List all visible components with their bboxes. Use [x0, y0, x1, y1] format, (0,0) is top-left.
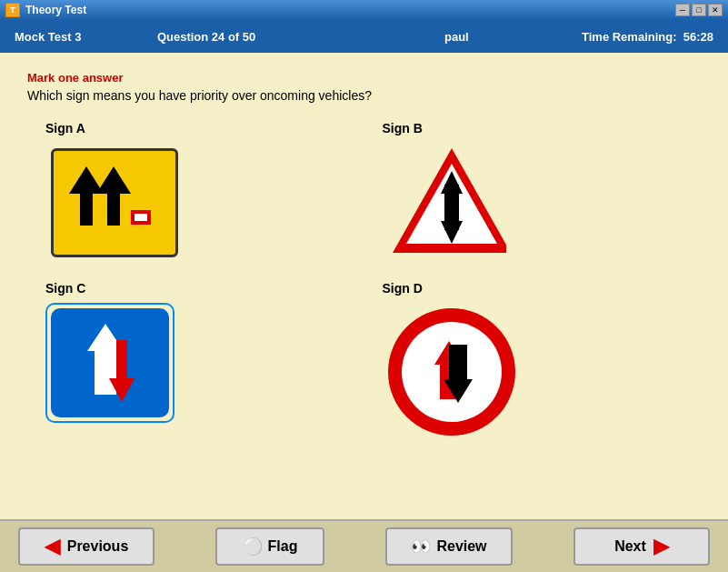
review-label: Review — [436, 538, 486, 555]
previous-label: Previous — [67, 538, 129, 555]
minimize-button[interactable]: ─ — [675, 4, 690, 16]
sign-b — [388, 148, 506, 257]
main-content: Mark one answer Which sign means you hav… — [0, 53, 728, 459]
next-arrow-icon: ▶ — [653, 535, 669, 558]
previous-button[interactable]: ◀ Previous — [18, 527, 155, 566]
mock-test-label: Mock Test 3 — [15, 30, 81, 44]
sign-c-label: Sign C — [45, 281, 85, 296]
sign-d-inner — [402, 322, 502, 422]
title-bar: T Theory Test ─ □ ✕ — [0, 0, 728, 20]
review-button[interactable]: 👀 Review — [385, 527, 513, 566]
sign-d-wrapper[interactable] — [383, 303, 521, 441]
sign-d-svg — [411, 326, 493, 417]
sign-c-wrapper[interactable] — [45, 303, 175, 423]
sign-c-container[interactable]: Sign C — [45, 281, 346, 441]
close-button[interactable]: ✕ — [708, 4, 723, 16]
sign-a — [51, 148, 178, 257]
next-button[interactable]: Next ▶ — [573, 527, 710, 566]
time-value: 56:28 — [683, 30, 713, 44]
flag-icon: ⚪ — [243, 537, 263, 557]
svg-marker-3 — [96, 166, 131, 194]
sign-b-svg — [388, 144, 506, 262]
sign-c-svg — [60, 313, 160, 413]
previous-arrow-icon: ◀ — [45, 535, 60, 558]
header-bar: Mock Test 3 Question 24 of 50 paul Time … — [0, 20, 728, 53]
sign-a-container[interactable]: Sign A — [45, 121, 346, 263]
app-icon: T — [5, 3, 20, 17]
sign-d-container[interactable]: Sign D — [383, 281, 683, 441]
question-text: Which sign means you have priority over … — [27, 88, 701, 103]
svg-marker-2 — [107, 189, 120, 226]
svg-rect-5 — [135, 214, 147, 221]
flag-label: Flag — [268, 538, 298, 555]
sign-b-container[interactable]: Sign B — [383, 121, 683, 263]
sign-a-label: Sign A — [45, 121, 85, 135]
signs-grid: Sign A — [27, 121, 701, 441]
glasses-icon: 👀 — [411, 537, 431, 557]
flag-button[interactable]: ⚪ Flag — [215, 527, 324, 566]
app-title: Theory Test — [25, 4, 86, 16]
window-controls: ─ □ ✕ — [675, 4, 723, 16]
question-info: Question 24 of 50 — [81, 30, 331, 44]
sign-d-label: Sign D — [383, 281, 423, 296]
user-name: paul — [332, 30, 582, 44]
maximize-button[interactable]: □ — [692, 4, 706, 16]
sign-b-label: Sign B — [383, 121, 423, 135]
sign-d — [388, 308, 515, 436]
sign-a-svg — [60, 157, 169, 248]
bottom-bar: ◀ Previous ⚪ Flag 👀 Review Next ▶ — [0, 519, 728, 572]
svg-marker-0 — [80, 189, 93, 226]
sign-c — [51, 308, 169, 417]
svg-marker-1 — [69, 166, 104, 194]
time-remaining: Time Remaining: 56:28 — [582, 30, 713, 44]
next-label: Next — [614, 538, 646, 555]
time-label: Time Remaining: — [582, 30, 677, 44]
sign-a-wrapper[interactable] — [45, 143, 184, 263]
sign-b-wrapper[interactable] — [383, 143, 512, 263]
mark-answer-label: Mark one answer — [27, 71, 701, 85]
